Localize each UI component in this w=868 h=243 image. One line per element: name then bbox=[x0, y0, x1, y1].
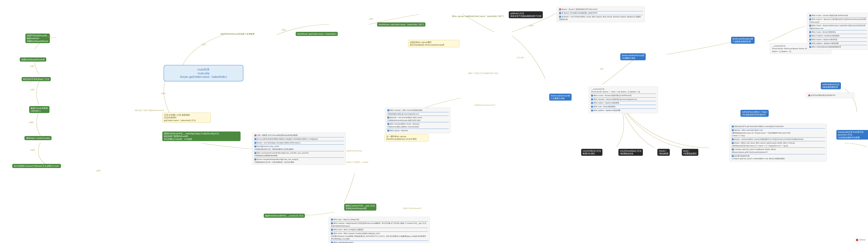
edge-ext: 继承 bbox=[600, 68, 603, 70]
setrule-n26[interactable]: setRuleName($first = false) //生成路由标识的快捷访… bbox=[741, 110, 769, 117]
edge-cfg: 返回注入了配置的，Config类 bbox=[346, 161, 368, 163]
ruleitem-list: 1$this->router = $router;//路由实例; think\R… bbox=[807, 13, 868, 50]
mid-n7[interactable]: 调用think\Route中的 __make(App $app,Config $… bbox=[162, 132, 241, 141]
setrule-n25[interactable]: setRule($rule)方法 //路由规则预处理 bbox=[821, 82, 841, 89]
edge-e1: 步骤一 bbox=[47, 35, 52, 38]
domain-construct-list: __construct()方法 (Route $router, $name = … bbox=[589, 86, 658, 113]
mid-note1: 注意:在步骤八之前,都是铺垫 还没有调用到 get('hello/:name',… bbox=[162, 113, 211, 123]
domain-n21[interactable]: check( ) //路由检测 bbox=[657, 149, 670, 156]
setrule-list1: 1是否完全匹配结尾是否有$符号等 bbox=[806, 93, 855, 98]
edge-e5: 步骤五 bbox=[30, 149, 35, 151]
make-list: 1注册一些配置,等价于facon(框架)要求app有相应的配置 1如Yacon(… bbox=[252, 133, 346, 165]
setrule-n27[interactable]: RuleItem的父类 Rule类中的parseVar( )方法 //分析路由规… bbox=[836, 130, 868, 140]
edge-e2: 步骤二 bbox=[30, 65, 35, 68]
edge-midf: (省略了下面的三类) 流程最终回到了这里 bbox=[468, 72, 498, 75]
left-n5[interactable]: 调用static::createFacade() bbox=[25, 136, 52, 140]
edge-e6: 步骤六 bbox=[96, 169, 101, 172]
left-n2[interactable]: 加载think\facade\Route类 bbox=[20, 57, 46, 62]
left-n3[interactable]: 静态访问不存在的get( ) 方法 bbox=[22, 77, 51, 81]
root-l2: route.php bbox=[168, 72, 239, 75]
edge-e3: 步骤三 bbox=[30, 88, 35, 91]
root-l1: route目录 bbox=[168, 68, 239, 72]
edge-preq: 前期 返回了加载了配置的think\Route类 bbox=[134, 109, 164, 112]
edge-e8: 步骤八 bbox=[201, 43, 206, 46]
domain-n16: 这一属性$this->group think\Route类的rule( )方法中… bbox=[384, 134, 429, 141]
root-node[interactable]: route目录 route.php Route::get('hello/:nam… bbox=[164, 65, 243, 81]
root-l3: Route::get('hello/:name', 'index/hello') bbox=[168, 75, 239, 79]
left-n4[interactable]: 触发Facade类里面 callStatic( ) bbox=[29, 106, 50, 113]
footer-logo: XMind bbox=[856, 239, 865, 241]
mid-n11: 这里的$this->group属性 是已经实例化的 think\route\Do… bbox=[408, 40, 460, 47]
edge-ext2: 实例化 bbox=[528, 25, 534, 27]
addrule-list: 1$name = $route;// 读取路由标识,即"hello/:name"… bbox=[557, 7, 645, 22]
mid-n8: //此时的think\Route类加载了各种配置 bbox=[219, 32, 256, 36]
bottom-n14[interactable]: 触发think\Route类中的 __construct( )方法 bbox=[264, 214, 305, 218]
domain-n20[interactable]: checkRouteAlias( )方法 //检测路由别名 bbox=[618, 149, 643, 156]
bottom-n13[interactable]: 触发Container中的 __get( )方法 实例化think\Reques… bbox=[344, 204, 376, 211]
left-n1[interactable]: 调用不存在的Route类 触发autoload 加载think\facade\R… bbox=[25, 33, 50, 43]
domain-n22[interactable]: bind( ) //设置路由绑定 bbox=[682, 149, 699, 156]
mid-n9[interactable]: think\Route::get('hello/:name', 'index/h… bbox=[296, 32, 338, 36]
domain-n17[interactable]: think\route\Domain类 // 注册默认域名 bbox=[549, 93, 571, 101]
edge-e4: 步骤四 bbox=[29, 121, 34, 124]
domain-n18[interactable]: think\route\RuleGroup类 //注册默认域名 bbox=[620, 53, 646, 60]
edge-thk: 返回本类 think\Route bbox=[346, 150, 362, 152]
edge-lzd: 实例化了think\Request类 bbox=[403, 207, 421, 210]
mid-n10[interactable]: think\Route::rule('hello/:name', 'index/… bbox=[377, 22, 426, 27]
construct-list: 1$this->app = $app;注入的app实例 2$this->requ… bbox=[329, 217, 430, 243]
addrule-n24[interactable]: think\route\RuleItem类 // 创建路由规则实例 bbox=[731, 37, 754, 44]
domain-list: 1$this->domain = $this->host;//注册域名属性 //… bbox=[385, 108, 451, 133]
edge-e10: 步骤十 bbox=[369, 18, 374, 20]
mid-n12: $this->group->addRule('hello/:name', 'in… bbox=[451, 14, 505, 18]
edge-pf2: 父类 流程 bbox=[516, 56, 524, 59]
domain-n19[interactable]: checkUrlBind( )方法 检测URL绑定 bbox=[581, 149, 602, 156]
addrule-n23[interactable]: addRule( )方法 添加分组下的路由规则或者子分组 bbox=[509, 11, 543, 18]
setrule-list2: 1若$rule以非井号,如"/index/hello"则$this->name的… bbox=[730, 124, 827, 161]
left-n6[interactable]: 执行容器类Container中的make方法,参数为"route" bbox=[12, 164, 61, 168]
edge-pf: 实例化think\route\Domain类 bbox=[474, 104, 495, 106]
edge-e9: 步骤九 bbox=[281, 29, 286, 31]
edge-e7: 步骤七 bbox=[161, 92, 166, 95]
